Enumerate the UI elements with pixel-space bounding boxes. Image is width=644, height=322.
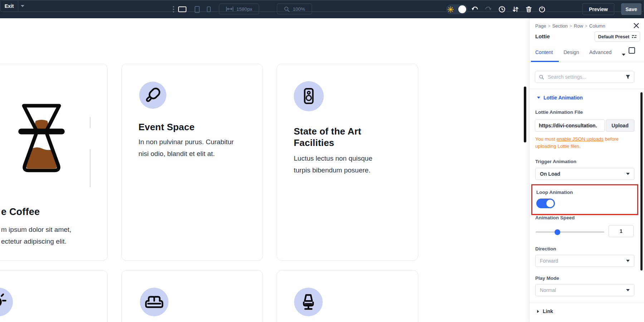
preview-button[interactable]: Preview — [582, 3, 614, 15]
breadcrumb-page[interactable]: Page — [535, 23, 546, 29]
breadcrumb: Page > Section > Row > Column — [535, 23, 605, 29]
icon-circle — [294, 81, 324, 111]
paddle-icon — [143, 86, 162, 105]
icon-circle — [139, 82, 166, 109]
card-body-line: nisi odio, blandit et elit at. — [138, 150, 215, 158]
chevron-down-icon — [626, 289, 630, 291]
desktop-view-button[interactable] — [177, 5, 187, 14]
canvas-width-value: 1580px — [236, 6, 252, 12]
tab-content[interactable]: Content — [535, 49, 553, 55]
lottie-file-url-input[interactable] — [535, 119, 605, 132]
builder-toolbar: 1580px 100% — [0, 0, 644, 18]
divider — [530, 303, 644, 303]
filter-funnel-icon[interactable] — [625, 74, 630, 79]
delete-button[interactable] — [524, 5, 533, 14]
column-edge-tick — [90, 117, 91, 128]
exit-button[interactable]: Exit — [0, 0, 18, 11]
speaker-icon — [299, 87, 318, 106]
blurb-card-facilities[interactable]: State of the ArtFacilities Luctus lectus… — [277, 64, 418, 261]
expand-panel-button[interactable] — [629, 47, 635, 54]
chevron-down-icon — [626, 260, 630, 262]
animation-speed-label: Animation Speed — [535, 215, 575, 220]
play-mode-select[interactable]: Normal — [535, 284, 634, 296]
tablet-view-button[interactable] — [192, 5, 202, 14]
vertical-dots-icon — [173, 6, 174, 13]
icon-circle — [140, 288, 169, 316]
desktop-icon — [178, 6, 186, 12]
triangle-down-icon — [537, 97, 540, 99]
card-heading: State of the ArtFacilities — [294, 126, 361, 148]
close-panel-button[interactable] — [632, 21, 640, 29]
animation-speed-slider-knob[interactable] — [555, 229, 560, 235]
clock-icon — [498, 5, 506, 13]
breadcrumb-column[interactable]: Column — [589, 23, 605, 29]
link-section-toggle[interactable]: Link — [537, 308, 553, 314]
enable-json-uploads-link[interactable]: enable JSON uploads — [557, 136, 604, 142]
exit-dropdown-button[interactable] — [18, 0, 26, 11]
power-icon — [538, 5, 546, 13]
divider — [530, 62, 644, 62]
direction-select[interactable]: Forward — [535, 255, 634, 267]
settings-search-input[interactable] — [547, 74, 623, 80]
tablet-icon — [195, 6, 200, 13]
panel-scrollbar[interactable] — [640, 92, 643, 270]
portability-button[interactable] — [511, 5, 520, 14]
animation-speed-slider-track[interactable] — [536, 231, 604, 233]
office-chair-icon — [299, 293, 318, 311]
canvas-scrollbar[interactable] — [524, 87, 526, 142]
settings-search[interactable] — [535, 71, 634, 83]
toggle-knob — [458, 5, 466, 13]
blurb-card-office-chair[interactable] — [277, 270, 418, 322]
toggle-knob — [546, 200, 554, 207]
couch-icon — [145, 292, 164, 312]
zoom-level-field[interactable]: 100% — [277, 4, 312, 14]
card-body-line: m ipsum dolor sit amet, — [1, 226, 71, 234]
preset-icon — [632, 34, 636, 39]
card-body-line: ectetur adipiscing elit. — [1, 238, 67, 245]
power-button[interactable] — [537, 5, 547, 14]
save-button[interactable]: Save — [621, 3, 641, 15]
builder-theme-toggle[interactable] — [446, 4, 468, 14]
tab-design[interactable]: Design — [564, 49, 579, 55]
card-body-line: Luctus lectus non quisque — [294, 155, 372, 162]
trigger-animation-select[interactable]: On Load — [535, 168, 634, 180]
toolbar-options-menu[interactable] — [169, 5, 178, 14]
lottie-animation-section-toggle[interactable]: Lottie Animation — [537, 95, 583, 101]
redo-icon — [484, 5, 492, 13]
chevron-down-icon — [21, 5, 24, 7]
blurb-card-lightbulb[interactable] — [0, 270, 108, 322]
lightbulb-icon — [0, 293, 8, 311]
column-edge-tick — [90, 149, 91, 187]
divi-visual-builder: 1580px 100% — [0, 0, 644, 322]
blurb-card-couch[interactable] — [121, 270, 263, 322]
triangle-right-icon — [537, 310, 539, 313]
chemex-coffee-maker-icon — [9, 101, 74, 175]
width-arrows-icon — [226, 6, 234, 12]
panel-title: Lottie — [535, 33, 550, 39]
module-settings-panel: Page > Section > Row > Column Lottie Def… — [529, 18, 644, 322]
default-preset-button[interactable]: Default Preset — [595, 31, 640, 42]
breadcrumb-row[interactable]: Row — [574, 23, 583, 29]
undo-button[interactable] — [470, 5, 479, 14]
divider — [530, 89, 644, 89]
redo-button[interactable] — [484, 5, 493, 14]
canvas-width-field[interactable]: 1580px — [219, 4, 259, 14]
sun-icon — [448, 6, 454, 13]
animation-speed-value-input[interactable] — [609, 225, 634, 237]
blurb-card-event-space[interactable]: Event Space In non pulvinar purus. Curab… — [121, 64, 263, 261]
history-button[interactable] — [497, 5, 507, 14]
tab-overflow-button[interactable] — [622, 51, 625, 57]
blurb-card-coffee[interactable]: e Coffee m ipsum dolor sit amet, ectetur… — [0, 64, 108, 261]
upload-button[interactable]: Upload — [606, 119, 634, 132]
card-heading: e Coffee — [1, 206, 40, 218]
close-icon — [634, 23, 639, 28]
card-body-line: turpis bibendum posuere. — [294, 166, 370, 174]
json-upload-warning: You must enable JSON uploads before uplo… — [535, 136, 639, 150]
tab-advanced[interactable]: Advanced — [589, 49, 611, 55]
chevron-down-icon — [622, 54, 625, 56]
loop-animation-toggle[interactable] — [536, 199, 555, 208]
phone-view-button[interactable] — [204, 5, 213, 14]
card-body-line: In non pulvinar purus. Curabitur — [138, 138, 234, 146]
breadcrumb-section[interactable]: Section — [552, 23, 567, 29]
icon-circle — [294, 288, 323, 316]
